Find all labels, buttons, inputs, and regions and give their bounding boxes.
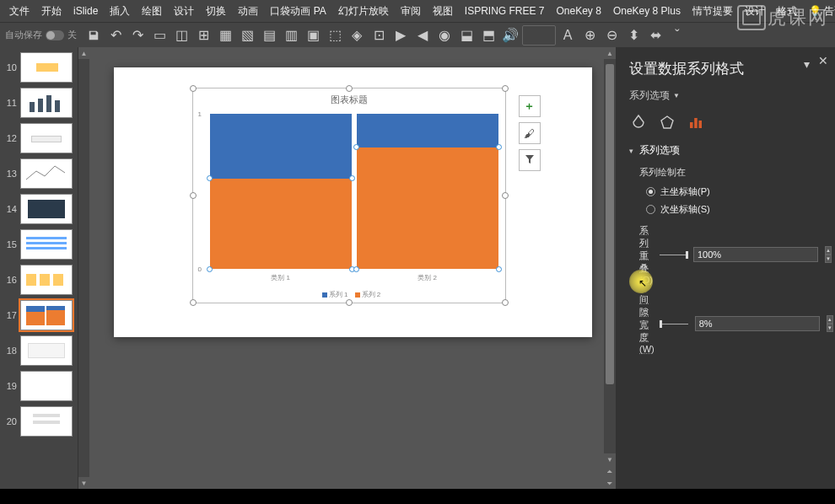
bar-group-1[interactable]: 类别 1 [210, 114, 352, 269]
tb-icon-11[interactable]: ⊡ [369, 25, 389, 46]
tb-icon-13[interactable]: ◀ [412, 25, 433, 46]
menu-onekey8plus[interactable]: OneKey 8 Plus [607, 0, 687, 22]
selection-handle[interactable] [502, 192, 509, 199]
tb-icon-4[interactable]: ▦ [215, 25, 235, 46]
thumb-18[interactable]: 18 [2, 335, 76, 366]
menu-transition[interactable]: 切换 [200, 0, 232, 22]
thumb-13[interactable]: 13 [2, 158, 76, 189]
selection-handle[interactable] [190, 192, 197, 199]
scroll-down-icon[interactable]: ▼ [604, 453, 616, 465]
tb-sound-icon[interactable]: 🔊 [500, 25, 520, 46]
menu-draw[interactable]: 绘图 [136, 0, 168, 22]
tb-icon-3[interactable]: ⊞ [193, 25, 213, 46]
series-options-dropdown[interactable]: 系列选项 ▼ [629, 88, 822, 103]
redo-button[interactable]: ↷ [127, 25, 148, 46]
tb-dropdown-icon[interactable]: ˇ [667, 25, 687, 46]
menu-file[interactable]: 文件 [3, 0, 35, 22]
next-slide-icon[interactable]: ⏷ [604, 477, 616, 489]
spinner-up-icon[interactable]: ▲ [825, 246, 832, 255]
slide-canvas-area[interactable]: 图表标题 1 0 类别 1 [89, 47, 616, 489]
tb-icon-7[interactable]: ▥ [281, 25, 301, 46]
tb-icon-12[interactable]: ▶ [391, 25, 411, 46]
bar-handle[interactable] [496, 144, 502, 150]
slide[interactable]: 图表标题 1 0 类别 1 [114, 67, 592, 337]
gap-spinner[interactable]: ▲▼ [827, 315, 833, 332]
menu-ispring[interactable]: ISPRING FREE 7 [459, 0, 551, 22]
scrollbar-thumb[interactable] [606, 64, 614, 384]
thumb-17[interactable]: 17 [2, 300, 76, 330]
bar-handle[interactable] [353, 266, 359, 272]
prev-slide-icon[interactable]: ⏶ [604, 465, 616, 477]
menu-insert[interactable]: 插入 [104, 0, 136, 22]
autosave-toggle[interactable]: 自动保存 关 [5, 29, 77, 41]
thumb-12[interactable]: 12 [2, 123, 76, 153]
thumb-16[interactable]: 16 [2, 265, 76, 295]
tb-combo[interactable] [522, 25, 556, 46]
thumb-11[interactable]: 11 [2, 88, 76, 118]
tb-icon-16[interactable]: ⬒ [478, 25, 498, 46]
effects-tab[interactable] [658, 113, 676, 131]
menu-onekey8[interactable]: OneKey 8 [551, 0, 607, 22]
selection-handle[interactable] [346, 299, 353, 306]
tb-icon-1[interactable]: ▭ [149, 25, 170, 46]
tb-icon-14[interactable]: ◉ [434, 25, 455, 46]
thumb-14[interactable]: 14 [2, 194, 76, 224]
overlap-slider[interactable] [660, 255, 687, 255]
menu-pocket[interactable]: 口袋动画 PA [264, 0, 331, 22]
series-tab[interactable] [687, 113, 705, 131]
tb-font-icon[interactable]: A [558, 25, 578, 46]
tb-icon-20[interactable]: ⬌ [645, 25, 665, 46]
autosave-switch-icon[interactable] [46, 30, 64, 40]
spinner-down-icon[interactable]: ▼ [825, 255, 832, 263]
menu-review[interactable]: 审阅 [395, 0, 427, 22]
tb-icon-18[interactable]: ⊖ [601, 25, 622, 46]
gap-slider[interactable] [661, 324, 688, 324]
overlap-spinner[interactable]: ▲▼ [825, 246, 832, 263]
bar-handle[interactable] [207, 266, 213, 272]
overlap-input[interactable] [693, 247, 818, 262]
spinner-down-icon[interactable]: ▼ [827, 324, 833, 332]
selection-handle[interactable] [190, 85, 197, 92]
tb-icon-17[interactable]: ⊕ [579, 25, 600, 46]
scroll-up-icon[interactable]: ▲ [604, 47, 616, 59]
bar-series2[interactable] [357, 147, 498, 269]
thumb-15[interactable]: 15 [2, 229, 76, 260]
tb-icon-6[interactable]: ▤ [259, 25, 279, 46]
gap-input[interactable] [695, 316, 820, 331]
menu-islide[interactable]: iSlide [67, 0, 104, 22]
chart-style-button[interactable]: 🖌 [519, 122, 541, 144]
selection-handle[interactable] [346, 85, 353, 92]
bar-handle[interactable] [349, 175, 355, 181]
slider-knob[interactable] [686, 251, 688, 259]
tb-icon-2[interactable]: ◫ [171, 25, 191, 46]
scroll-up-icon[interactable]: ▲ [78, 47, 89, 59]
bar-handle[interactable] [353, 144, 359, 150]
chart-filter-button[interactable] [519, 149, 541, 171]
bar-series2[interactable] [210, 179, 352, 269]
chart-plot-area[interactable]: 1 0 类别 1 [210, 114, 498, 269]
menu-view[interactable]: 视图 [427, 0, 459, 22]
menu-slideshow[interactable]: 幻灯片放映 [332, 0, 395, 22]
menu-home[interactable]: 开始 [35, 0, 67, 22]
chart-object[interactable]: 图表标题 1 0 类别 1 [192, 88, 506, 303]
undo-button[interactable]: ↶ [105, 25, 126, 46]
tb-icon-8[interactable]: ▣ [303, 25, 323, 46]
spinner-up-icon[interactable]: ▲ [827, 315, 833, 324]
slider-knob[interactable] [660, 320, 662, 328]
menu-design[interactable]: 设计 [168, 0, 200, 22]
pane-menu-icon[interactable]: ▾ [804, 57, 810, 71]
bar-group-2[interactable]: 类别 2 [357, 114, 498, 269]
thumbnail-scrollbar[interactable]: ▲ ▼ [78, 47, 89, 489]
bar-handle[interactable] [207, 175, 213, 181]
selection-handle[interactable] [502, 299, 509, 306]
menu-animation[interactable]: 动画 [232, 0, 264, 22]
tb-icon-9[interactable]: ⬚ [325, 25, 345, 46]
close-icon[interactable]: ✕ [818, 54, 828, 67]
canvas-vertical-scrollbar[interactable]: ▲ ▼ ⏶ ⏷ [604, 47, 616, 489]
bar-handle[interactable] [496, 266, 502, 272]
thumb-19[interactable]: 19 [2, 371, 76, 401]
thumb-20[interactable]: 20 [2, 406, 76, 437]
primary-axis-radio[interactable]: 主坐标轴(P) [639, 185, 822, 198]
selection-handle[interactable] [190, 299, 197, 306]
tb-icon-15[interactable]: ⬓ [456, 25, 477, 46]
